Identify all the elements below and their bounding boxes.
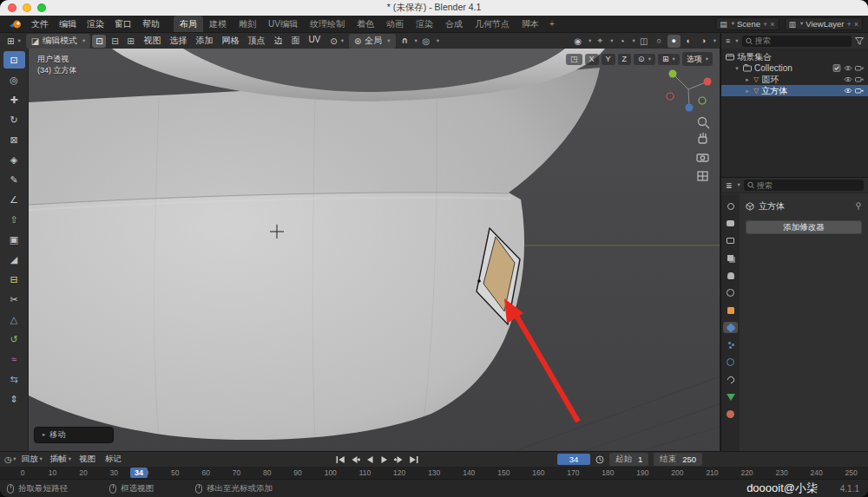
ruler-tick[interactable]: 230 (775, 468, 787, 477)
frame-end-field[interactable]: 结束 250 (654, 453, 702, 466)
properties-tab-tool[interactable] (723, 200, 738, 212)
menu-file[interactable]: 文件 (26, 16, 54, 32)
tool-rotate[interactable]: ↻ (3, 111, 25, 128)
tool-spin[interactable]: ↺ (3, 330, 25, 348)
remove-view-layer-button[interactable]: × (854, 20, 858, 29)
hide-eye-icon[interactable] (844, 64, 852, 72)
tool-move[interactable]: ✚ (3, 91, 25, 108)
ruler-tick[interactable]: 30 (109, 468, 117, 477)
play-reverse-button[interactable] (363, 454, 376, 465)
workspace-add-button[interactable]: + (545, 17, 559, 31)
ruler-tick[interactable]: 20 (79, 468, 87, 477)
menu-mesh[interactable]: 网格 (217, 34, 243, 49)
workspace-tab-uv-editing[interactable]: UV编辑 (262, 16, 304, 32)
selected-vertex[interactable] (477, 279, 481, 283)
tool-shrink-fatten[interactable]: ⇕ (3, 390, 25, 408)
shading-material-button[interactable]: ◐ (682, 35, 695, 48)
tool-inset-faces[interactable]: ▣ (3, 231, 25, 248)
properties-tab-render[interactable] (723, 218, 738, 229)
ruler-tick[interactable]: 70 (233, 468, 240, 477)
outliner-search-input[interactable] (755, 36, 848, 45)
tool-measure[interactable]: ∠ (3, 191, 25, 208)
toggle-xray-button[interactable]: ◫ (637, 35, 651, 48)
exclude-checkbox-icon[interactable] (832, 64, 841, 72)
tool-edge-slide[interactable]: ⇆ (3, 370, 25, 388)
show-overlays-button[interactable]: ◔ (615, 35, 628, 48)
menu-uv[interactable]: UV (304, 34, 325, 49)
menu-edge[interactable]: 边 (269, 34, 286, 49)
shading-rendered-button[interactable]: ◑ (697, 35, 710, 48)
tool-scale[interactable]: ⊠ (3, 131, 25, 148)
overlays-caret[interactable]: ▾ (632, 38, 635, 44)
snap-mini-button[interactable]: ⊙ ▾ (634, 54, 655, 65)
workspace-tab-animation[interactable]: 动画 (380, 16, 410, 32)
proportional-options-caret[interactable]: ▾ (437, 38, 439, 44)
ruler-tick[interactable]: 250 (845, 468, 858, 477)
tool-cursor[interactable]: ◎ (3, 71, 25, 88)
menu-vertex[interactable]: 顶点 (243, 34, 269, 49)
gizmo-caret[interactable]: ▾ (610, 38, 613, 44)
outliner-row-collection[interactable]: ▾ Collection (721, 62, 868, 74)
view-layer-selector[interactable]: ▥ ▾ ViewLayer + × (785, 17, 864, 30)
properties-editor-caret[interactable]: ▾ (738, 182, 740, 188)
workspace-tab-layout[interactable]: 布局 (174, 16, 203, 32)
workspace-tab-sculpting[interactable]: 雕刻 (233, 16, 262, 32)
ruler-tick[interactable]: 190 (636, 468, 648, 477)
scene-selector[interactable]: ▤ ▾ Scene + × (715, 17, 779, 30)
hide-eye-icon[interactable] (844, 75, 852, 83)
ruler-tick[interactable]: 120 (393, 468, 405, 477)
timeline-menu-playback[interactable]: 回放▾ (22, 454, 43, 465)
current-frame-field[interactable]: 34 (557, 454, 590, 465)
new-view-layer-button[interactable]: + (846, 20, 851, 29)
menu-help[interactable]: 帮助 (137, 16, 165, 32)
properties-search[interactable] (744, 180, 864, 191)
ruler-tick[interactable]: 10 (49, 468, 56, 477)
axis-z-button[interactable]: Z (618, 54, 632, 65)
face-select-toggle[interactable]: ⊞ (123, 35, 137, 48)
timeline-menu-view[interactable]: 视图 (79, 454, 97, 465)
add-modifier-button[interactable]: 添加修改器 (746, 220, 862, 234)
properties-tab-object-data[interactable] (723, 391, 738, 402)
tool-loop-cut[interactable]: ⊟ (3, 271, 25, 288)
editor-type-button[interactable]: ⊞ ▾ (3, 36, 24, 47)
ruler-tick[interactable]: 170 (567, 468, 579, 477)
object-visibility-button[interactable]: ◉ (571, 35, 585, 48)
properties-editor-type-button[interactable]: ≣ (726, 181, 733, 190)
outliner-editor-type-button[interactable]: ≡ (726, 36, 730, 45)
options-dropdown[interactable]: 选项 ▾ (682, 52, 713, 66)
outliner-row-scene-collection[interactable]: 场景集合 (721, 51, 868, 62)
ruler-tick[interactable]: 130 (428, 468, 440, 477)
ruler-tick[interactable]: 240 (810, 468, 822, 477)
pivot-point-button[interactable]: ⊙ ▾ (326, 36, 347, 47)
tool-bevel[interactable]: ◢ (3, 251, 25, 268)
ruler-tick[interactable]: 180 (602, 468, 614, 477)
ruler-tick[interactable]: 140 (463, 468, 475, 477)
menu-select[interactable]: 选择 (165, 34, 191, 49)
preview-range-clock-icon[interactable] (595, 455, 604, 464)
menu-window[interactable]: 窗口 (109, 16, 137, 32)
view-layer-browse-caret[interactable]: ▾ (800, 21, 803, 27)
vertex-select-toggle[interactable]: ⊡ (92, 35, 106, 48)
properties-tab-particles[interactable] (723, 339, 738, 350)
minimize-window-button[interactable] (23, 3, 31, 12)
properties-tab-world[interactable] (723, 287, 738, 298)
prev-keyframe-button[interactable] (348, 454, 361, 465)
scene-browse-caret[interactable]: ▾ (732, 21, 734, 27)
tool-transform[interactable]: ◈ (3, 151, 25, 168)
tool-smooth[interactable]: ≈ (3, 350, 25, 368)
operator-panel-move[interactable]: ▸ 移动 (34, 427, 114, 443)
disable-render-camera-icon[interactable] (855, 75, 864, 83)
outliner-search[interactable] (742, 36, 852, 47)
workspace-tab-geometry-nodes[interactable]: 几何节点 (469, 16, 516, 32)
proportional-edit-toggle[interactable]: ◎ (419, 35, 433, 48)
properties-tab-modifiers[interactable] (723, 322, 738, 333)
unlink-scene-button[interactable]: × (770, 20, 774, 29)
transform-orientation-selector[interactable]: ⊛ 全局 ▾ (349, 34, 396, 49)
ruler-tick[interactable]: 210 (706, 468, 718, 477)
properties-search-input[interactable] (757, 181, 860, 190)
menu-face[interactable]: 面 (286, 34, 304, 49)
ruler-tick[interactable]: 60 (201, 468, 209, 477)
properties-tab-constraints[interactable] (723, 374, 738, 385)
properties-tab-physics[interactable] (723, 356, 738, 368)
menu-render[interactable]: 渲染 (82, 16, 109, 32)
